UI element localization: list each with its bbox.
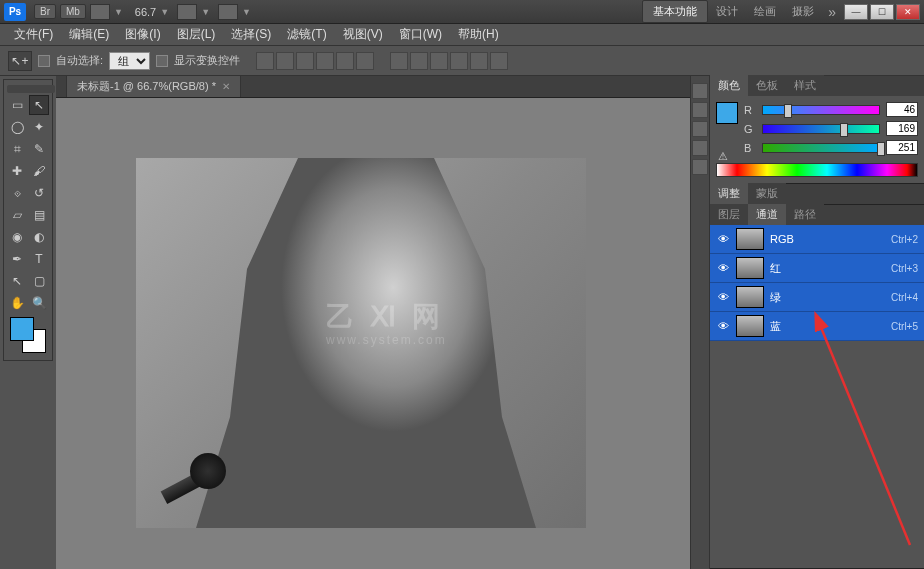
menu-window[interactable]: 窗口(W) xyxy=(391,23,450,46)
menu-view[interactable]: 视图(V) xyxy=(335,23,391,46)
dodge-tool[interactable]: ◐ xyxy=(29,227,49,247)
path-select-tool[interactable]: ↖ xyxy=(7,271,27,291)
document-tab[interactable]: 未标题-1 @ 66.7%(RGB/8) * ✕ xyxy=(66,75,241,97)
workspace-active[interactable]: 基本功能 xyxy=(642,0,708,23)
crop-tool[interactable]: ⌗ xyxy=(7,139,27,159)
distribute-bottom-icon[interactable] xyxy=(430,52,448,70)
foreground-color[interactable] xyxy=(10,317,34,341)
arrange-docs-icon[interactable] xyxy=(177,4,197,20)
menu-select[interactable]: 选择(S) xyxy=(223,23,279,46)
value-input-g[interactable] xyxy=(886,121,918,136)
auto-select-checkbox[interactable] xyxy=(38,55,50,67)
distribute-vcenter-icon[interactable] xyxy=(410,52,428,70)
canvas-viewport[interactable]: 乙 Ⅺ 网 www.system.com xyxy=(56,98,690,569)
menu-image[interactable]: 图像(I) xyxy=(117,23,168,46)
chevron-down-icon[interactable]: ▼ xyxy=(160,7,169,17)
menu-file[interactable]: 文件(F) xyxy=(6,23,61,46)
move-tool-preview-icon[interactable]: ↖+ xyxy=(8,51,32,71)
extras-icon[interactable] xyxy=(218,4,238,20)
channel-row-blue[interactable]: 👁 蓝 Ctrl+5 xyxy=(710,312,924,341)
wand-tool[interactable]: ✦ xyxy=(29,117,49,137)
dock-icon[interactable] xyxy=(692,83,708,99)
window-maximize-button[interactable]: ☐ xyxy=(870,4,894,20)
spectrum-ramp[interactable] xyxy=(716,163,918,177)
distribute-right-icon[interactable] xyxy=(490,52,508,70)
zoom-value[interactable]: 66.7 xyxy=(135,6,156,18)
tab-adjustments[interactable]: 调整 xyxy=(710,183,748,204)
workspace-tab-design[interactable]: 设计 xyxy=(708,1,746,22)
align-top-icon[interactable] xyxy=(256,52,274,70)
tab-color[interactable]: 颜色 xyxy=(710,75,748,96)
brush-tool[interactable]: 🖌 xyxy=(29,161,49,181)
tab-layers[interactable]: 图层 xyxy=(710,204,748,225)
channel-shortcut: Ctrl+3 xyxy=(891,263,918,274)
pen-tool[interactable]: ✒ xyxy=(7,249,27,269)
tab-swatches[interactable]: 色板 xyxy=(748,75,786,96)
distribute-left-icon[interactable] xyxy=(450,52,468,70)
workspace-tab-photo[interactable]: 摄影 xyxy=(784,1,822,22)
slider-r[interactable] xyxy=(762,105,880,115)
align-hcenter-icon[interactable] xyxy=(336,52,354,70)
chevron-down-icon[interactable]: ▼ xyxy=(242,7,251,17)
lasso-tool[interactable]: ◯ xyxy=(7,117,27,137)
tab-paths[interactable]: 路径 xyxy=(786,204,824,225)
align-right-icon[interactable] xyxy=(356,52,374,70)
visibility-eye-icon[interactable]: 👁 xyxy=(716,261,730,275)
menu-edit[interactable]: 编辑(E) xyxy=(61,23,117,46)
more-workspaces-icon[interactable]: » xyxy=(822,4,842,20)
window-minimize-button[interactable]: — xyxy=(844,4,868,20)
color-preview[interactable] xyxy=(716,102,738,124)
slider-g[interactable] xyxy=(762,124,880,134)
visibility-eye-icon[interactable]: 👁 xyxy=(716,290,730,304)
menu-help[interactable]: 帮助(H) xyxy=(450,23,507,46)
eraser-tool[interactable]: ▱ xyxy=(7,205,27,225)
tab-channels[interactable]: 通道 xyxy=(748,204,786,225)
dock-icon[interactable] xyxy=(692,140,708,156)
channel-row-green[interactable]: 👁 绿 Ctrl+4 xyxy=(710,283,924,312)
marquee-tool[interactable]: ▭ xyxy=(7,95,27,115)
close-icon[interactable]: ✕ xyxy=(222,81,230,92)
dock-icon[interactable] xyxy=(692,121,708,137)
blur-tool[interactable]: ◉ xyxy=(7,227,27,247)
history-brush-tool[interactable]: ↺ xyxy=(29,183,49,203)
value-input-r[interactable] xyxy=(886,102,918,117)
distribute-top-icon[interactable] xyxy=(390,52,408,70)
stamp-tool[interactable]: ⟐ xyxy=(7,183,27,203)
toolbox-handle[interactable] xyxy=(7,85,55,93)
menu-layer[interactable]: 图层(L) xyxy=(169,23,224,46)
align-bottom-icon[interactable] xyxy=(296,52,314,70)
bridge-button[interactable]: Br xyxy=(34,4,56,19)
tab-masks[interactable]: 蒙版 xyxy=(748,183,786,204)
align-vcenter-icon[interactable] xyxy=(276,52,294,70)
channel-row-rgb[interactable]: 👁 RGB Ctrl+2 xyxy=(710,225,924,254)
chevron-down-icon[interactable]: ▼ xyxy=(201,7,210,17)
zoom-tool[interactable]: 🔍 xyxy=(29,293,49,313)
menu-filter[interactable]: 滤镜(T) xyxy=(279,23,334,46)
visibility-eye-icon[interactable]: 👁 xyxy=(716,319,730,333)
eyedropper-tool[interactable]: ✎ xyxy=(29,139,49,159)
distribute-hcenter-icon[interactable] xyxy=(470,52,488,70)
workspace-tab-paint[interactable]: 绘画 xyxy=(746,1,784,22)
move-tool[interactable]: ↖ xyxy=(29,95,49,115)
channel-row-red[interactable]: 👁 红 Ctrl+3 xyxy=(710,254,924,283)
align-left-icon[interactable] xyxy=(316,52,334,70)
auto-select-type-select[interactable]: 组 xyxy=(109,52,150,70)
value-input-b[interactable] xyxy=(886,140,918,155)
gamut-warning-icon[interactable]: ⚠ xyxy=(718,150,728,163)
type-tool[interactable]: T xyxy=(29,249,49,269)
window-close-button[interactable]: ✕ xyxy=(896,4,920,20)
dock-icon[interactable] xyxy=(692,159,708,175)
toolbox: ▭↖ ◯✦ ⌗✎ ✚🖌 ⟐↺ ▱▤ ◉◐ ✒T ↖▢ ✋🔍 xyxy=(3,79,53,361)
dock-icon[interactable] xyxy=(692,102,708,118)
show-transform-checkbox[interactable] xyxy=(156,55,168,67)
heal-tool[interactable]: ✚ xyxy=(7,161,27,181)
chevron-down-icon[interactable]: ▼ xyxy=(114,7,123,17)
shape-tool[interactable]: ▢ xyxy=(29,271,49,291)
gradient-tool[interactable]: ▤ xyxy=(29,205,49,225)
hand-tool[interactable]: ✋ xyxy=(7,293,27,313)
screen-mode-icon[interactable] xyxy=(90,4,110,20)
slider-b[interactable] xyxy=(762,143,880,153)
tab-styles[interactable]: 样式 xyxy=(786,75,824,96)
visibility-eye-icon[interactable]: 👁 xyxy=(716,232,730,246)
minibridge-button[interactable]: Mb xyxy=(60,4,86,19)
